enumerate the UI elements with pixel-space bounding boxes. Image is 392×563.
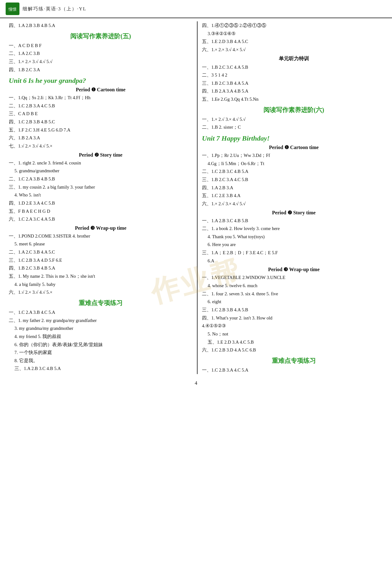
sp-l2: 二、1. my father 2. my grandpa/my grandfat…: [9, 317, 193, 324]
p3-l5: 四、1.B 2.C 3.B 4.B 5.A: [9, 264, 193, 272]
sp-l3: 3. my grandma/my grandmother: [9, 324, 193, 332]
page-number: 4: [0, 380, 392, 386]
rp2-l6: 6.A: [202, 257, 386, 265]
unit7-title: Unit 7 Happy Birthday!: [202, 134, 386, 142]
unit6-title: Unit 6 Is he your grandpa?: [9, 77, 193, 85]
rp1-l1: 一、1.Pp；Rr 2.Uu；Ww 3.Dd；Ff: [202, 152, 386, 159]
rsp-l1: 一、1.C 2.B 3.A 4.C 5.A: [202, 366, 386, 374]
left-special-title: 重难点专项练习: [9, 299, 193, 307]
p3-l1: 一、1.POND 2.COME 3.SISTER 4. brother: [9, 232, 193, 240]
p3-l7: 4. a big family 5. baby: [9, 281, 193, 288]
rp1-l5: 四、1.A 2.B 3.A: [202, 184, 386, 192]
sp-l8: 三、1.A 2.B 3.C 4.B 5.A: [9, 365, 193, 373]
left-top-si: 四、1.B 2.C 3.A: [9, 66, 193, 74]
header-title: 细解巧练·英语·3（上）·YL: [23, 6, 87, 12]
left-top-san: 三、1.× 2.× 3.√ 4.√ 5.√: [9, 58, 193, 66]
rp2-l1: 一、1.A 2.B 3.C 4.B 5.B: [202, 217, 386, 225]
p1-l3: 三、C A D B E: [9, 110, 193, 118]
p2-l3: 二、1.C 2.A 3.B 4.B 5.B: [9, 175, 193, 183]
p1-l1: 一、1.Qq；Ss 2.Ii；Kk 3.Rr；Tt 4.Ff；Hh: [9, 94, 193, 102]
right-column: 四、1.④①②③⑤ 2.②④①③⑤ 3.③④②①⑥⑤ 五、1.E 2.D 3.B…: [199, 21, 389, 374]
p2-l5: 4. Who 5. isn't: [9, 191, 193, 199]
tl-l1: 一、1.B 2.C 3.C 4.A 5.B: [202, 63, 386, 71]
logo-icon: 憧憬: [6, 3, 19, 15]
tl-l4: 四、1.B 2.A 3.A 4.B 5.A: [202, 87, 386, 95]
sp-l7: 8. 它是我。: [9, 357, 193, 365]
svg-text:憧憬: 憧憬: [8, 7, 17, 12]
rp3-l6: 四、1. What's your 2. isn't 3. How old: [202, 314, 386, 322]
p1-l7: 七、1.√ 2.× 3.√ 4.√ 5.×: [9, 142, 193, 150]
period3-title-left: Period ❸ Wrap-up time: [9, 225, 193, 231]
tl-l5: 五、1.Ee 2.Gg 3.Qq 4.Tt 5.Nn: [202, 95, 386, 103]
main-content: 四、1.A 2.B 3.B 4.B 5.A 阅读写作素养进阶(五) 一、A C …: [0, 18, 392, 377]
rp2-l5: 三、1.A；E 2.B；D；F 3.E 4.C；E 5.F: [202, 249, 386, 257]
reading6-heading: 阅读写作素养进阶(六): [202, 106, 386, 114]
r-period1-title: Period ❶ Cartoon time: [202, 144, 386, 150]
p2-l8: 六、1.C 2.A 3.C 4.A 5.B: [9, 215, 193, 223]
left-top-yi: 一、A C D E B F: [9, 42, 193, 50]
tl-l3: 三、1.B 2.C 3.B 4.A 5.A: [202, 79, 386, 87]
right-top-l3: 五、1.E 2.D 3.B 4.A 5.C: [202, 38, 386, 46]
right-top-l4: 六、1.× 2.× 3.√ 4.× 5.√: [202, 46, 386, 54]
sp-l6: 7. 一个快乐的家庭: [9, 349, 193, 357]
p1-l5: 五、1.F 2.C 3.H 4.E 5.G 6.D 7.A: [9, 126, 193, 134]
rp2-l4: 6. Here you are: [202, 241, 386, 249]
r6-l1: 一、1.× 2.√ 3.× 4.√ 5.√: [202, 115, 386, 123]
p2-l7: 五、F B A E C H G D: [9, 207, 193, 215]
p3-l4: 三、1.C 2.B 3.A 4.D 5.F 6.E: [9, 256, 193, 264]
sp-l5: 6. 你的（你们的）表弟/表妹/堂兄弟/堂姐妹: [9, 341, 193, 349]
rp3-l7: 4.④①⑤②③: [202, 322, 386, 330]
left-top-er: 二、1.A 2.C 3.B: [9, 50, 193, 57]
left-top-line1: 四、1.A 2.B 3.B 4.B 5.A: [9, 22, 193, 29]
right-top-l2: 3.③④②①⑥⑤: [202, 30, 386, 38]
r-period3-title: Period ❸ Wrap-up time: [202, 266, 386, 272]
rp2-l2: 二、1. a book 2. How lovely 3. come here: [202, 225, 386, 233]
rp3-l9: 五、1.E 2.D 3.A 4.C 5.B: [202, 338, 386, 346]
p2-l6: 四、1.D 2.E 3.A 4.C 5.B: [9, 199, 193, 207]
tingli-heading: 单元听力特训: [202, 56, 386, 62]
rp3-l4: 6. eight: [202, 298, 386, 306]
rp3-l5: 三、1.C 2.B 3.B 4.A 5.B: [202, 306, 386, 314]
rp1-l4: 三、1.B 2.C 3.A 4.C 5.B: [202, 176, 386, 184]
period2-title-left: Period ❷ Story time: [9, 152, 193, 158]
sp-l4: 4. my friend 5. 我的叔叔: [9, 333, 193, 340]
left-column: 四、1.A 2.B 3.B 4.B 5.A 阅读写作素养进阶(五) 一、A C …: [6, 21, 196, 374]
right-special-title: 重难点专项练习: [202, 357, 386, 365]
rp1-l7: 六、1.× 2.√ 3.× 4.√ 5.√: [202, 200, 386, 208]
rp1-l6: 五、1.C 2.E 3.B 4.A: [202, 192, 386, 200]
column-divider: [197, 21, 198, 374]
header: 憧憬 细解巧练·英语·3（上）·YL: [0, 0, 392, 18]
rp1-l2: 4.Gg；Ii 5.Mm；Oo 6.Rr；Tt: [202, 160, 386, 168]
p2-l1: 一、1. right 2. uncle 3. friend 4. cousin: [9, 159, 193, 167]
tl-l2: 二、3 5 1 4 2: [202, 71, 386, 79]
p1-l4: 四、1.C 2.B 3.B 4.B 5.C: [9, 118, 193, 126]
period1-title-left: Period ❶ Cartoon time: [9, 87, 193, 93]
r6-l2: 二、1.B 2. sister；C: [202, 123, 386, 131]
p1-l2: 二、1.C 2.B 3.A 4.C 5.B: [9, 102, 193, 110]
rp2-l3: 4. Thank you 5. What toy(toys): [202, 233, 386, 241]
rp3-l3: 二、1. four 2. seven 3. six 4. three 5. fi…: [202, 290, 386, 298]
p2-l4: 三、1. my cousin 2. a big family 3. your f…: [9, 183, 193, 191]
rp3-l2: 4. whose 5. twelve 6. much: [202, 282, 386, 290]
p3-l8: 六、1.√ 2.× 3.√ 4.√ 5.×: [9, 288, 193, 296]
p1-l6: 六、1.B 2.A 3.A: [9, 134, 193, 142]
p3-l3: 二、1.A 2.C 3.B 4.A 5.C: [9, 248, 193, 256]
rp3-l8: 5. No；not: [202, 330, 386, 338]
r-period2-title: Period ❷ Story time: [202, 210, 386, 216]
sp-l1: 一、1.C 2.A 3.B 4.C 5.A: [9, 308, 193, 316]
right-top-l1: 四、1.④①②③⑤ 2.②④①③⑤: [202, 22, 386, 29]
left-section-heading: 阅读写作素养进阶(五): [9, 32, 193, 40]
rp3-l10: 六、1.C 2.B 3.D 4.A 5.C 6.B: [202, 346, 386, 354]
rp1-l3: 二、1.C 2.B 3.C 4.B 5.A: [202, 168, 386, 175]
rp3-l1: 一、1.VEGETABLE 2.WINDOW 3.UNCLE: [202, 274, 386, 282]
p3-l6: 五、1. My name 2. This is me 3. No；she isn…: [9, 272, 193, 280]
p3-l2: 5. meet 6. please: [9, 240, 193, 248]
p2-l2: 5. grandma/grandmother: [9, 167, 193, 175]
